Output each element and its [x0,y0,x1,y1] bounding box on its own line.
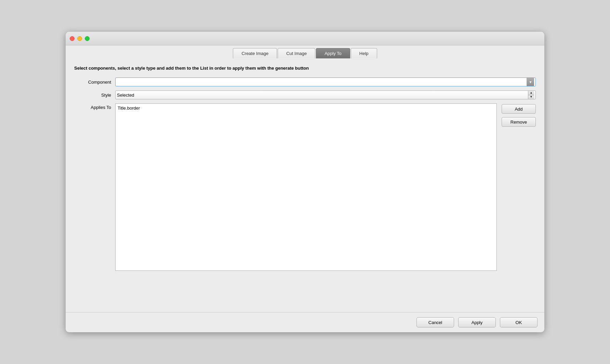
tab-apply-to[interactable]: Apply To [316,48,350,58]
content-area: Select components, select a style type a… [66,58,544,312]
component-label: Component [74,80,115,85]
main-window: Create Image Cut Image Apply To Help Sel… [66,32,544,332]
style-stepper[interactable]: ▲ ▼ [528,91,534,99]
component-row: Component ▼ [74,78,536,86]
footer: Cancel Apply OK [66,312,544,332]
maximize-button[interactable] [85,36,90,41]
description-text: Select components, select a style type a… [74,65,536,71]
style-value: Selected [117,93,134,98]
component-dropdown[interactable]: ▼ [115,78,536,86]
tab-help[interactable]: Help [351,48,377,58]
stepper-down-icon[interactable]: ▼ [528,95,534,99]
add-button[interactable]: Add [502,104,536,114]
apply-button[interactable]: Apply [458,317,496,327]
stepper-up-icon[interactable]: ▲ [528,91,534,95]
minimize-button[interactable] [77,36,82,41]
applies-to-list[interactable]: Title.border [115,103,497,271]
dropdown-arrow-icon[interactable]: ▼ [527,78,534,86]
titlebar [66,32,544,45]
applies-buttons: Add Remove [497,103,536,127]
cancel-button[interactable]: Cancel [416,317,454,327]
tab-cut-image[interactable]: Cut Image [278,48,315,58]
traffic-lights [70,36,90,41]
style-label: Style [74,93,115,98]
close-button[interactable] [70,36,75,41]
applies-to-area: Applies To Title.border Add Remove [74,103,536,305]
list-item[interactable]: Title.border [117,105,495,111]
tab-bar: Create Image Cut Image Apply To Help [66,45,544,58]
style-dropdown[interactable]: Selected ▲ ▼ [115,90,536,99]
style-row: Style Selected ▲ ▼ [74,90,536,99]
remove-button[interactable]: Remove [502,117,536,127]
applies-to-label: Applies To [74,103,115,110]
tab-create-image[interactable]: Create Image [233,48,277,58]
ok-button[interactable]: OK [500,317,538,327]
